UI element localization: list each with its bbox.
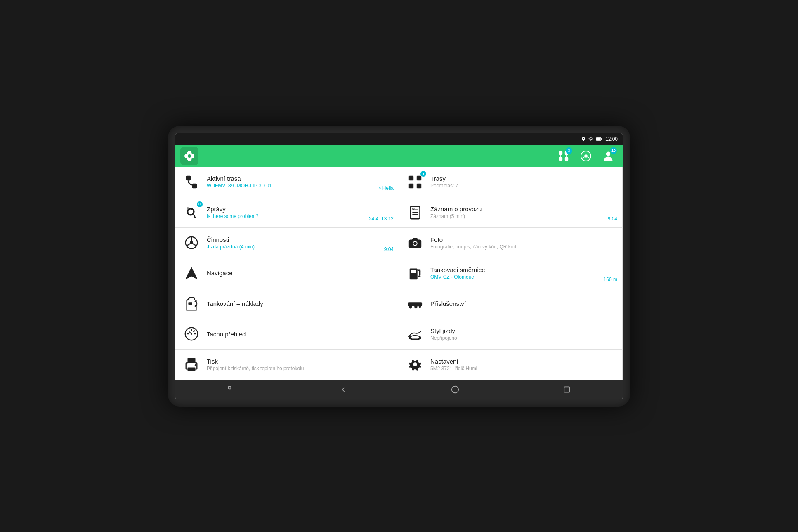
menu-item-styl-jizdy[interactable]: Styl jízdy Nepřipojeno <box>399 319 623 350</box>
fuel-station-icon-wrapper <box>406 264 425 283</box>
log-icon <box>407 205 423 220</box>
user-header-btn[interactable]: 10 <box>599 147 618 166</box>
menu-item-title: Zprávy <box>207 206 392 213</box>
menu-item-subtitle: OMV CZ - Olomouc <box>430 274 616 280</box>
menu-item-prislusenstvi[interactable]: Příslušenství <box>399 288 623 319</box>
menu-item-time: 9:04 <box>608 216 617 222</box>
tacho-icon-wrapper <box>182 324 201 343</box>
svg-point-20 <box>606 151 611 156</box>
svg-point-69 <box>451 386 458 393</box>
menu-item-nastaveni[interactable]: Nastavení 5M2 3721, řidič Huml <box>399 350 623 380</box>
routes-menu-icon <box>407 174 423 190</box>
menu-item-title: Záznam o provozu <box>430 206 616 213</box>
menu-item-text-navigace: Navigace <box>207 270 392 277</box>
svg-point-52 <box>419 305 421 308</box>
main-content: Aktivní trasa WDFMV189 -MOH-LIP 3D 01 > … <box>175 167 623 380</box>
menu-item-time: > Hella <box>378 185 394 191</box>
steering-header-btn[interactable] <box>576 147 595 166</box>
menu-item-time: 160 m <box>604 277 617 282</box>
svg-rect-2 <box>601 138 602 140</box>
menu-item-text-nastaveni: Nastavení 5M2 3721, řidič Huml <box>430 358 616 371</box>
svg-rect-1 <box>596 138 601 140</box>
svg-point-40 <box>413 242 417 245</box>
svg-marker-41 <box>185 267 198 279</box>
menu-item-text-tankovani: Tankování – náklady <box>207 300 392 307</box>
accessories-icon-wrapper <box>406 294 425 313</box>
nav-home-btn[interactable] <box>447 381 463 398</box>
menu-item-title: Trasy <box>430 175 616 182</box>
svg-rect-10 <box>559 157 562 160</box>
svg-rect-68 <box>228 386 231 389</box>
svg-rect-47 <box>188 302 192 305</box>
menu-item-title: Tisk <box>207 358 392 365</box>
svg-rect-26 <box>417 184 421 188</box>
svg-rect-8 <box>559 151 562 154</box>
svg-rect-45 <box>419 271 421 275</box>
nav-square-btn[interactable] <box>559 381 575 398</box>
svg-rect-43 <box>411 270 416 273</box>
nav-back-btn[interactable] <box>335 381 352 398</box>
routes-header-btn[interactable]: 3 <box>554 147 573 166</box>
menu-item-title: Styl jízdy <box>430 327 616 334</box>
menu-item-text-zaznam: Záznam o provozu Záznam (5 min) <box>430 206 616 219</box>
menu-item-tacho[interactable]: Tacho přehled <box>175 319 399 350</box>
menu-item-cinnosti[interactable]: Činnosti Jízda prázdná (4 min) 9:04 <box>175 228 399 258</box>
menu-item-aktivni-trasa[interactable]: Aktivní trasa WDFMV189 -MOH-LIP 3D 01 > … <box>175 167 399 198</box>
battery-icon <box>596 137 602 141</box>
menu-item-trasy[interactable]: 3 Trasy Počet tras: 7 <box>399 167 623 198</box>
square-icon <box>563 385 571 394</box>
location-icon <box>581 137 586 142</box>
svg-point-48 <box>195 305 196 307</box>
menu-item-text-foto: Foto Fotografie, podpis, čárový kód, QR … <box>430 236 616 250</box>
menu-item-text-tacho: Tacho přehled <box>207 331 392 338</box>
fuel-icon-wrapper <box>182 294 201 313</box>
svg-rect-24 <box>417 176 421 180</box>
menu-item-title: Tankovací směrnice <box>430 266 616 273</box>
menu-item-tisk[interactable]: Tisk Připojení k tiskárně, tisk teplotní… <box>175 350 399 380</box>
svg-point-28 <box>188 209 193 214</box>
accessories-icon <box>407 296 423 312</box>
trasy-badge: 3 <box>420 171 426 177</box>
log-icon-wrapper <box>406 203 425 222</box>
tablet-screen: 12:00 <box>175 133 623 399</box>
status-bar: 12:00 <box>175 133 623 145</box>
svg-rect-29 <box>188 207 189 209</box>
menu-item-subtitle: 5M2 3721, řidič Huml <box>430 366 616 371</box>
menu-item-text-tankovaci: Tankovací směrnice OMV CZ - Olomouc <box>430 266 616 280</box>
svg-rect-22 <box>192 184 197 188</box>
nav-recents-btn[interactable] <box>223 381 240 398</box>
fuel-station-icon <box>407 265 423 281</box>
recents-icon <box>227 385 236 394</box>
app-logo[interactable] <box>180 147 198 165</box>
menu-item-zaznam[interactable]: Záznam o provozu Záznam (5 min) 9:04 <box>399 197 623 228</box>
menu-item-navigace[interactable]: Navigace <box>175 258 399 289</box>
menu-item-foto[interactable]: Foto Fotografie, podpis, čárový kód, QR … <box>399 228 623 258</box>
menu-item-subtitle: Jízda prázdná (4 min) <box>207 244 392 250</box>
menu-item-subtitle: Záznam (5 min) <box>430 213 616 219</box>
svg-point-67 <box>413 362 417 366</box>
menu-item-text-zpravy: Zprávy is there some problem? <box>207 206 392 219</box>
navigation-icon <box>184 265 199 281</box>
menu-item-tankovani[interactable]: Tankování – náklady <box>175 288 399 319</box>
menu-item-time: 9:04 <box>384 246 394 252</box>
svg-line-19 <box>587 156 590 158</box>
menu-item-tankovaci-smernice[interactable]: Tankovací směrnice OMV CZ - Olomouc 160 … <box>399 258 623 289</box>
routes-icon-wrapper: 3 <box>406 173 425 192</box>
menu-item-text-prislusenstvi: Příslušenství <box>430 300 616 307</box>
tablet-device: 12:00 <box>168 126 630 407</box>
menu-item-zpravy[interactable]: 10 Zprávy is there some problem? 24.4. 1… <box>175 197 399 228</box>
header-actions: 3 <box>554 147 618 166</box>
svg-point-16 <box>584 154 588 158</box>
logo-icon <box>183 149 196 163</box>
menu-item-title: Tankování – náklady <box>207 300 392 307</box>
svg-point-50 <box>409 305 412 309</box>
menu-item-subtitle: is there some problem? <box>207 213 392 219</box>
driving-icon <box>184 235 199 251</box>
svg-rect-65 <box>188 368 196 371</box>
driving-style-icon <box>407 326 423 342</box>
steering-wheel-icon <box>580 150 592 162</box>
print-icon-wrapper <box>182 355 201 374</box>
menu-item-title: Navigace <box>207 270 392 277</box>
menu-item-text-tisk: Tisk Připojení k tiskárně, tisk teplotní… <box>207 358 392 371</box>
app-header: 3 <box>175 145 623 167</box>
